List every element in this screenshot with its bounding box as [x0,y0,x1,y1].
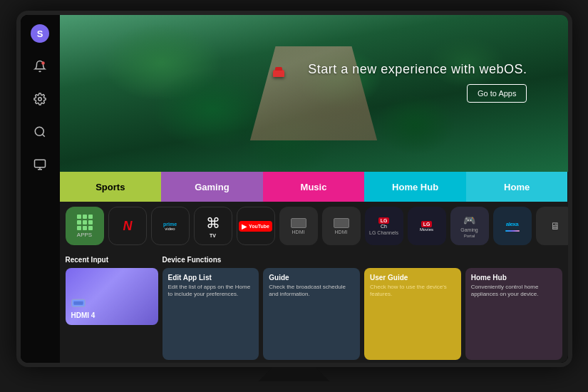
app-screen-share[interactable]: 🖥 [536,207,568,245]
card-home-hub-title: Home Hub [471,274,557,282]
card-edit-apps[interactable]: Edit App List Edit the list of apps on t… [163,268,259,360]
controller-icon: 🎮 [463,215,475,226]
app-row: APPS N prime video ⌘ TV ▶ [60,202,568,250]
tab-homehub[interactable]: Home Hub [364,172,466,202]
svg-rect-4 [35,160,46,167]
app-appletv[interactable]: ⌘ TV [194,207,232,245]
svg-line-3 [42,134,44,136]
card-edit-apps-title: Edit App List [168,274,254,282]
recent-input-item-label: HDMI 4 [71,311,96,319]
hero-title: Start a new experience with webOS. [308,62,527,77]
tv-stand [259,367,330,381]
appletv-label: TV [210,233,216,238]
gaming-portal-label: Portal [464,234,475,238]
svg-point-2 [35,127,43,135]
gaming-label: Gaming [460,227,478,232]
prime-logo: prime video [163,222,177,231]
card-guide-title: Guide [269,274,354,282]
hdmi2-icon [334,218,349,228]
app-hdmi2[interactable]: HDMI [322,207,361,245]
device-functions-label: Device Functions [163,256,562,264]
hero-car [273,70,284,77]
sidebar: S [21,15,60,363]
tab-music[interactable]: Music [263,172,365,202]
card-guide[interactable]: Guide Check the broadcast schedule and i… [263,268,360,360]
monitor-icon: 🖥 [550,220,560,232]
netflix-logo: N [123,219,132,234]
hdmi-input-icon [71,299,86,309]
category-tabs: Sports Gaming Music Home Hub Home [60,172,568,202]
recent-input-card[interactable]: HDMI 4 [66,268,158,325]
app-youtube[interactable]: ▶ YouTube [237,207,275,245]
tv-screen: Start a new experience with webOS. Go to… [21,15,568,363]
screen-icon [33,158,46,171]
app-lgchannel[interactable]: LG Ch LG Channels [365,207,403,245]
bell-icon [33,60,46,73]
sidebar-avatar[interactable]: S [30,24,50,43]
sidebar-notifications[interactable] [30,56,50,76]
apple-logo: ⌘ [206,215,220,232]
lgchannel-label: LG Channels [369,230,398,235]
app-hdmi1[interactable]: HDMI [279,207,318,245]
sidebar-screen[interactable] [30,155,50,175]
go-to-apps-button[interactable]: Go to Apps [467,84,527,103]
hdmi1-icon [291,218,306,228]
svg-point-0 [41,61,45,65]
tab-sports[interactable]: Sports [60,172,162,202]
svg-point-1 [38,98,42,101]
hdmi2-label: HDMI [335,229,348,234]
user-avatar[interactable]: S [31,24,49,43]
card-user-guide[interactable]: User Guide Check how to use the device's… [364,268,461,360]
recent-input-label: Recent Input [66,256,158,264]
app-gaming-portal[interactable]: 🎮 Gaming Portal [450,207,489,245]
tab-home[interactable]: Home [466,172,568,202]
device-function-cards: Edit App List Edit the list of apps on t… [163,268,562,360]
app-prime[interactable]: prime video [151,207,190,245]
sidebar-settings[interactable] [30,89,50,109]
lgchannel-logo: LG Ch [378,217,390,229]
lgmovies-logo: LG Movies [420,221,433,232]
card-user-guide-desc: Check how to use the device's features. [370,284,455,299]
card-home-hub[interactable]: Home Hub Conveniently control home appli… [465,268,562,360]
svg-rect-8 [73,301,83,305]
device-functions-section: Device Functions Edit App List Edit the … [163,256,562,360]
app-apps[interactable]: APPS [66,207,104,245]
youtube-logo: ▶ YouTube [239,221,272,232]
card-home-hub-desc: Conveniently control home appliances on … [471,284,557,299]
tab-gaming[interactable]: Gaming [161,172,263,202]
hero-area: Start a new experience with webOS. Go to… [60,15,568,172]
card-guide-desc: Check the broadcast schedule and informa… [269,284,354,299]
recent-input-section: Recent Input HDMI 4 [66,256,158,360]
alexa-bar [505,230,520,232]
tv-screen-frame: Start a new experience with webOS. Go to… [16,11,572,367]
app-alexa[interactable]: alexa [493,207,532,245]
bottom-section: Recent Input HDMI 4 Device Functions Edi… [60,250,568,363]
sidebar-search[interactable] [30,122,50,142]
app-lgmovies[interactable]: LG Movies [408,207,446,245]
alexa-logo: alexa [506,221,519,227]
card-user-guide-title: User Guide [370,274,455,282]
card-edit-apps-desc: Edit the list of apps on the Home to inc… [168,284,254,299]
app-netflix[interactable]: N [108,207,147,245]
apps-label: APPS [77,232,92,238]
apps-grid-icon [77,215,93,230]
hero-text: Start a new experience with webOS. Go to… [308,62,527,103]
gear-icon [33,93,46,105]
tv-frame: Start a new experience with webOS. Go to… [16,11,572,381]
search-icon [33,125,46,138]
hdmi1-label: HDMI [292,229,305,234]
